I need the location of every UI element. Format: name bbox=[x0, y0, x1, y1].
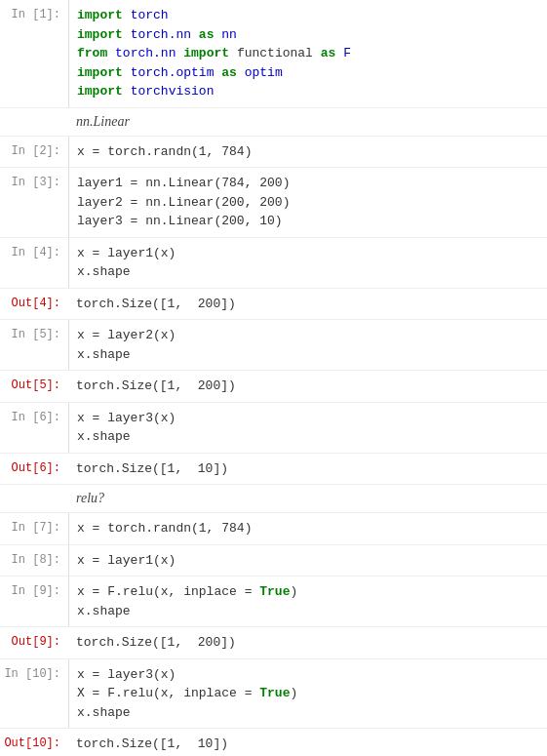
notebook: In [1]:import torchimport torch.nn as nn… bbox=[0, 0, 547, 756]
code-line: x.shape bbox=[77, 345, 539, 365]
cell-out10: Out[10]:torch.Size([1, 10]) bbox=[0, 729, 547, 756]
cell-out5: Out[5]:torch.Size([1, 200]) bbox=[0, 371, 547, 403]
code-line: x.shape bbox=[77, 427, 539, 447]
cell-in4[interactable]: In [4]:x = layer1(x)x.shape bbox=[0, 238, 547, 289]
cell-label-in6: In [6]: bbox=[0, 403, 68, 453]
code-line: x = layer1(x) bbox=[77, 244, 539, 263]
output-label-out9: Out[9]: bbox=[0, 627, 68, 658]
code-line: import torch bbox=[77, 6, 539, 25]
code-line: import torchvision bbox=[77, 82, 539, 101]
cell-content-in10[interactable]: x = layer3(x)X = F.relu(x, inplace = Tru… bbox=[68, 659, 547, 729]
code-line: x = layer1(x) bbox=[77, 551, 539, 571]
cell-content-in2[interactable]: x = torch.randn(1, 784) bbox=[68, 137, 547, 168]
cell-label-in2: In [2]: bbox=[0, 137, 68, 168]
cell-label-in9: In [9]: bbox=[0, 577, 68, 626]
output-line: torch.Size([1, 200]) bbox=[76, 295, 539, 314]
output-content-out9: torch.Size([1, 200]) bbox=[68, 627, 547, 658]
cell-label-in5: In [5]: bbox=[0, 320, 68, 370]
cell-label-in7: In [7]: bbox=[0, 513, 68, 544]
cell-content-in7[interactable]: x = torch.randn(1, 784) bbox=[68, 513, 547, 544]
cell-content-in5[interactable]: x = layer2(x)x.shape bbox=[68, 320, 547, 370]
code-line: layer3 = nn.Linear(200, 10) bbox=[77, 212, 539, 231]
output-line: torch.Size([1, 200]) bbox=[76, 633, 539, 653]
cell-content-in8[interactable]: x = layer1(x) bbox=[68, 545, 547, 577]
code-line: x.shape bbox=[77, 602, 539, 621]
output-label-out6: Out[6]: bbox=[0, 454, 68, 485]
code-line: x = layer3(x) bbox=[77, 409, 539, 428]
cell-content-in9[interactable]: x = F.relu(x, inplace = True)x.shape bbox=[68, 577, 547, 626]
output-content-out5: torch.Size([1, 200]) bbox=[68, 371, 547, 402]
cell-out4: Out[4]:torch.Size([1, 200]) bbox=[0, 289, 547, 321]
code-line: x = layer2(x) bbox=[77, 326, 539, 345]
code-line: x.shape bbox=[77, 262, 539, 282]
cell-content-in6[interactable]: x = layer3(x)x.shape bbox=[68, 403, 547, 453]
cell-in7[interactable]: In [7]:x = torch.randn(1, 784) bbox=[0, 513, 547, 545]
cell-label-in4: In [4]: bbox=[0, 238, 68, 288]
code-line: x.shape bbox=[77, 703, 539, 723]
output-content-out4: torch.Size([1, 200]) bbox=[68, 289, 547, 320]
code-line: x = torch.randn(1, 784) bbox=[77, 519, 539, 538]
cell-content-in3[interactable]: layer1 = nn.Linear(784, 200)layer2 = nn.… bbox=[68, 168, 547, 237]
cell-in3[interactable]: In [3]:layer1 = nn.Linear(784, 200)layer… bbox=[0, 168, 547, 238]
output-label-out4: Out[4]: bbox=[0, 289, 68, 320]
cell-in1[interactable]: In [1]:import torchimport torch.nn as nn… bbox=[0, 0, 547, 108]
code-line: x = layer3(x) bbox=[77, 665, 539, 685]
cell-label-in8: In [8]: bbox=[0, 545, 68, 577]
code-line: X = F.relu(x, inplace = True) bbox=[77, 684, 539, 703]
code-line: x = torch.randn(1, 784) bbox=[77, 142, 539, 162]
cell-label-in1: In [1]: bbox=[0, 0, 68, 107]
cell-label-in10: In [10]: bbox=[0, 659, 68, 729]
markdown-cell-markdown2: relu? bbox=[0, 485, 547, 513]
output-line: torch.Size([1, 10]) bbox=[76, 735, 539, 754]
code-line: import torch.nn as nn bbox=[77, 25, 539, 45]
output-content-out6: torch.Size([1, 10]) bbox=[68, 454, 547, 485]
output-label-out10: Out[10]: bbox=[0, 729, 68, 756]
cell-label-in3: In [3]: bbox=[0, 168, 68, 237]
code-line: import torch.optim as optim bbox=[77, 63, 539, 83]
cell-content-in1[interactable]: import torchimport torch.nn as nnfrom to… bbox=[68, 0, 547, 107]
cell-content-in4[interactable]: x = layer1(x)x.shape bbox=[68, 238, 547, 288]
cell-in8[interactable]: In [8]:x = layer1(x) bbox=[0, 545, 547, 577]
code-line: from torch.nn import functional as F bbox=[77, 44, 539, 63]
output-line: torch.Size([1, 10]) bbox=[76, 459, 539, 479]
cell-out6: Out[6]:torch.Size([1, 10]) bbox=[0, 454, 547, 486]
cell-in2[interactable]: In [2]:x = torch.randn(1, 784) bbox=[0, 137, 547, 169]
output-content-out10: torch.Size([1, 10]) bbox=[68, 729, 547, 756]
cell-out9: Out[9]:torch.Size([1, 200]) bbox=[0, 627, 547, 659]
output-line: torch.Size([1, 200]) bbox=[76, 377, 539, 396]
cell-in6[interactable]: In [6]:x = layer3(x)x.shape bbox=[0, 403, 547, 454]
code-line: layer2 = nn.Linear(200, 200) bbox=[77, 193, 539, 213]
code-line: x = F.relu(x, inplace = True) bbox=[77, 582, 539, 602]
cell-in9[interactable]: In [9]:x = F.relu(x, inplace = True)x.sh… bbox=[0, 577, 547, 627]
output-label-out5: Out[5]: bbox=[0, 371, 68, 402]
markdown-cell-markdown1: nn.Linear bbox=[0, 108, 547, 137]
code-line: layer1 = nn.Linear(784, 200) bbox=[77, 174, 539, 193]
cell-in10[interactable]: In [10]:x = layer3(x)X = F.relu(x, inpla… bbox=[0, 659, 547, 730]
cell-in5[interactable]: In [5]:x = layer2(x)x.shape bbox=[0, 320, 547, 371]
